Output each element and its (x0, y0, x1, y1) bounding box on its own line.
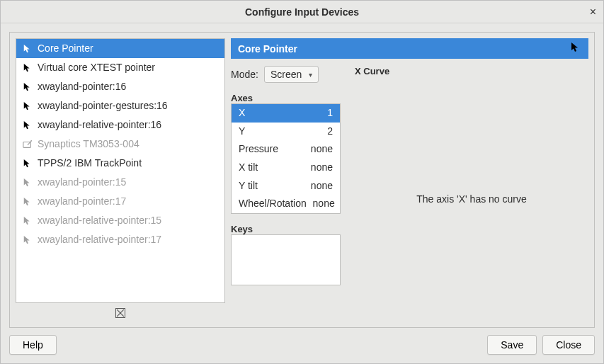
help-button[interactable]: Help (9, 335, 57, 355)
axes-row[interactable]: Wheel/Rotationnone (232, 195, 340, 213)
device-list-item-label: xwayland-pointer:16 (38, 79, 126, 94)
device-list-item-label: Core Pointer (38, 41, 93, 56)
device-list-item[interactable]: Virtual core XTEST pointer (16, 58, 224, 77)
axis-value: none (304, 178, 333, 194)
main-panel: Core PointerVirtual core XTEST pointerxw… (9, 32, 595, 328)
device-list-item[interactable]: xwayland-pointer-gestures:16 (16, 96, 224, 115)
device-detail-header: Core Pointer (231, 38, 588, 59)
axis-name: Pressure (239, 142, 304, 157)
axis-name: Y tilt (239, 178, 304, 194)
device-list-item-label: xwayland-pointer-gestures:16 (38, 98, 168, 113)
device-list-item[interactable]: Synaptics TM3053-004 (16, 135, 224, 154)
axis-value: none (304, 142, 333, 157)
axis-name: Y (239, 124, 304, 140)
device-list-item[interactable]: xwayland-pointer:16 (16, 77, 224, 96)
cursor-icon (22, 101, 33, 112)
device-list-item-label: Synaptics TM3053-004 (38, 137, 139, 152)
axes-section: Axes X1Y2PressurenoneX tiltnoneY tiltnon… (231, 90, 341, 214)
keys-label: Keys (231, 224, 341, 234)
axis-value: 1 (304, 106, 333, 121)
device-list-item[interactable]: xwayland-pointer:15 (16, 173, 224, 192)
device-list-item-label: xwayland-relative-pointer:16 (38, 118, 161, 132)
cursor-icon (22, 120, 33, 131)
device-list[interactable]: Core PointerVirtual core XTEST pointerxw… (16, 38, 225, 303)
cursor-icon (22, 196, 33, 207)
cursor-icon (22, 177, 33, 188)
axes-row[interactable]: X tiltnone (232, 159, 340, 177)
axis-value: 2 (304, 124, 333, 140)
axis-value: none (307, 196, 335, 212)
device-list-footer (16, 305, 225, 322)
device-list-item[interactable]: xwayland-relative-pointer:15 (16, 211, 224, 230)
axes-label: Axes (231, 93, 341, 103)
device-list-item[interactable]: xwayland-pointer:17 (16, 192, 224, 211)
axes-row[interactable]: Pressurenone (232, 140, 340, 159)
curve-area: The axis 'X' has no curve (355, 76, 588, 322)
save-button[interactable]: Save (487, 335, 537, 355)
mode-row: Mode: Screen ▾ (231, 66, 341, 83)
cursor-icon (22, 43, 33, 55)
window-title: Configure Input Devices (245, 6, 359, 18)
axes-table[interactable]: X1Y2PressurenoneX tiltnoneY tiltnoneWhee… (231, 103, 341, 214)
axis-name: Wheel/Rotation (239, 196, 307, 212)
device-list-item-label: xwayland-relative-pointer:17 (38, 232, 161, 247)
device-list-item[interactable]: xwayland-relative-pointer:17 (16, 230, 224, 249)
mode-value: Screen (270, 69, 302, 80)
device-list-item-label: xwayland-pointer:17 (38, 194, 126, 209)
button-bar: Help Save Close (9, 335, 595, 355)
axes-row[interactable]: Y2 (232, 123, 340, 141)
curve-column: X Curve The axis 'X' has no curve (355, 66, 588, 322)
device-list-item-label: TPPS/2 IBM TrackPoint (38, 156, 142, 171)
content-area: Core PointerVirtual core XTEST pointerxw… (1, 23, 603, 363)
cursor-icon (22, 81, 33, 93)
keys-section: Keys (231, 221, 341, 285)
device-list-item-label: xwayland-pointer:15 (38, 175, 126, 190)
placeholder-icon (115, 308, 125, 318)
device-list-item-label: xwayland-relative-pointer:15 (38, 213, 161, 228)
curve-message: The axis 'X' has no curve (416, 193, 527, 205)
tablet-icon (22, 139, 33, 150)
axis-name: X (239, 106, 304, 121)
keys-list[interactable] (231, 234, 341, 285)
close-button[interactable]: Close (542, 335, 595, 355)
mode-combobox[interactable]: Screen ▾ (264, 66, 319, 83)
chevron-down-icon: ▾ (309, 71, 312, 79)
device-list-item[interactable]: Core Pointer (16, 39, 224, 58)
device-detail-panel: Core Pointer Mode: Screen ▾ (231, 38, 588, 322)
svg-point-1 (30, 140, 32, 141)
cursor-icon (22, 158, 33, 169)
axis-name: X tilt (239, 160, 304, 176)
axes-column: Mode: Screen ▾ Axes X1Y2PressurenoneX ti… (231, 66, 341, 322)
device-list-item[interactable]: TPPS/2 IBM TrackPoint (16, 154, 224, 173)
mode-label: Mode: (231, 69, 258, 80)
close-icon[interactable]: × (590, 6, 596, 18)
curve-label: X Curve (355, 66, 588, 76)
device-detail-body: Mode: Screen ▾ Axes X1Y2PressurenoneX ti… (231, 59, 588, 322)
cursor-icon (22, 215, 33, 227)
cursor-icon (570, 42, 581, 55)
device-list-item[interactable]: xwayland-relative-pointer:16 (16, 115, 224, 135)
cursor-icon (22, 234, 33, 246)
device-detail-title: Core Pointer (238, 43, 297, 55)
cursor-icon (22, 62, 33, 74)
axes-row[interactable]: Y tiltnone (232, 177, 340, 195)
device-list-panel: Core PointerVirtual core XTEST pointerxw… (16, 38, 225, 322)
axis-value: none (304, 160, 333, 176)
titlebar: Configure Input Devices × (1, 1, 603, 23)
button-bar-right: Save Close (487, 335, 595, 355)
axes-row[interactable]: X1 (232, 104, 340, 123)
device-list-item-label: Virtual core XTEST pointer (38, 60, 155, 75)
configure-input-devices-window: Configure Input Devices × Core PointerVi… (0, 0, 604, 364)
